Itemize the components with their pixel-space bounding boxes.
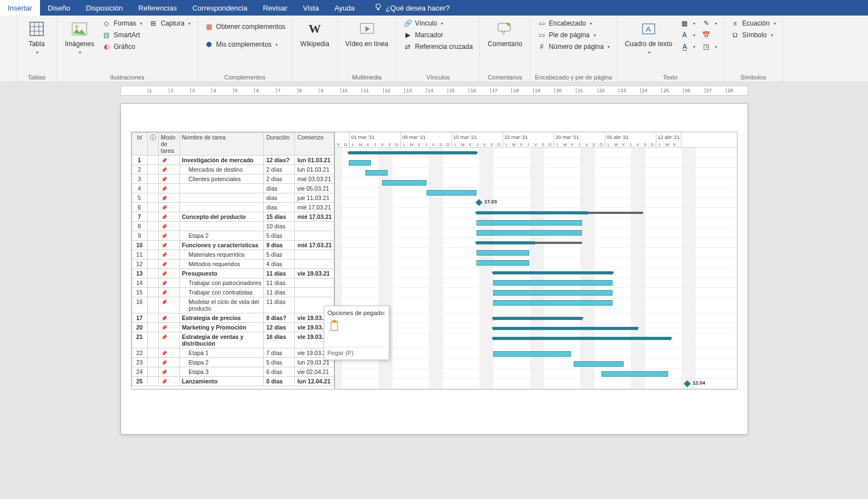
pie-button[interactable]: ▭Pie de página bbox=[535, 29, 612, 41]
table-row[interactable]: 1📌Investigación de mercado12 días?lun 01… bbox=[132, 156, 334, 165]
comentario-button[interactable]: Comentario bbox=[484, 18, 525, 50]
smartart-button[interactable]: ▤SmartArt bbox=[100, 29, 145, 41]
quickparts-button[interactable]: ▦ bbox=[678, 18, 698, 29]
tab-referencias[interactable]: Referencias bbox=[131, 0, 184, 16]
col-id[interactable]: Id bbox=[132, 133, 147, 156]
gantt-bar[interactable] bbox=[349, 151, 476, 154]
gantt-bar[interactable] bbox=[476, 241, 535, 244]
gantt-bar[interactable] bbox=[493, 351, 571, 357]
sig-button[interactable]: ✎ bbox=[700, 18, 719, 29]
gantt-bar[interactable] bbox=[493, 337, 671, 340]
object-button[interactable]: ◳ bbox=[700, 41, 719, 52]
col-nombre[interactable]: Nombre de tarea bbox=[179, 133, 264, 156]
table-row[interactable]: 16📌Modelar el ciclo de vida del producto… bbox=[132, 297, 334, 313]
num-pagina-button[interactable]: #Número de página bbox=[535, 41, 612, 52]
table-row[interactable]: 9📌Etapa 25 días bbox=[132, 231, 334, 241]
chart-row bbox=[335, 258, 736, 268]
tab-correspondencia[interactable]: Correspondencia bbox=[184, 0, 255, 16]
gantt-bar[interactable] bbox=[365, 170, 388, 176]
gantt-bar[interactable] bbox=[493, 327, 638, 330]
ref-cruzada-button[interactable]: ⇄Referencia cruzada bbox=[401, 41, 475, 52]
col-info[interactable]: ⓘ bbox=[147, 133, 158, 156]
gantt-bar[interactable] bbox=[476, 260, 529, 266]
link-icon: 🔗 bbox=[403, 19, 412, 28]
col-comienzo[interactable]: Comienzo bbox=[295, 133, 334, 156]
tell-me-search[interactable]: ¿Qué desea hacer? bbox=[366, 0, 458, 16]
gantt-bar[interactable] bbox=[349, 160, 371, 166]
wikipedia-button[interactable]: W Wikipedia bbox=[297, 18, 333, 50]
tab-revisar[interactable]: Revisar bbox=[255, 0, 295, 16]
table-row[interactable]: 15📌Trabajar con contratistas11 días bbox=[132, 288, 334, 297]
table-row[interactable]: 21📌Estrategia de ventas y distribución16… bbox=[132, 332, 334, 348]
gantt-bar[interactable] bbox=[427, 190, 476, 196]
grafico-button[interactable]: ◐Gráfico bbox=[100, 41, 145, 52]
table-row[interactable]: 22📌Etapa 17 díasvie 19.03.21 bbox=[132, 348, 334, 358]
table-row[interactable]: 17📌Estrategia de precios8 días?vie 19.03… bbox=[132, 313, 334, 323]
gantt-object[interactable]: Id ⓘ Modo de tarea Nombre de tarea Durac… bbox=[131, 132, 737, 390]
gantt-bar[interactable] bbox=[476, 220, 582, 226]
tabla-button[interactable]: Tabla bbox=[21, 18, 52, 57]
tab-vista[interactable]: Vista bbox=[295, 0, 327, 16]
dropcap-button[interactable]: A̲ bbox=[678, 41, 698, 52]
imagenes-button[interactable]: Imágenes bbox=[62, 18, 98, 57]
obtener-comp-button[interactable]: ▦Obtener complementos bbox=[202, 21, 288, 32]
table-row[interactable]: 8📌10 días bbox=[132, 222, 334, 231]
date-icon: 📅 bbox=[702, 31, 711, 39]
gantt-bar[interactable] bbox=[493, 271, 613, 275]
table-row[interactable]: 25📌Lanzamiento0 díaslun 12.04.21 bbox=[132, 377, 334, 386]
tab-insertar[interactable]: Insertar bbox=[0, 0, 40, 16]
table-row[interactable]: 24📌Etapa 36 díasvie 02.04.21 bbox=[132, 367, 334, 377]
col-modo[interactable]: Modo de tarea bbox=[158, 133, 179, 156]
grp-ilustraciones: Ilustraciones bbox=[62, 73, 193, 81]
equation-icon: π bbox=[731, 19, 740, 28]
simbolo-button[interactable]: ΩSímbolo bbox=[729, 29, 778, 41]
grp-multimedia: Multimedia bbox=[342, 73, 392, 81]
captura-button[interactable]: ⊞Captura bbox=[147, 18, 193, 29]
gantt-bar[interactable] bbox=[493, 290, 613, 296]
table-row[interactable]: 20📌Marketing y Promoción12 díasvie 19.03… bbox=[132, 323, 334, 332]
table-row[interactable]: 23📌Etapa 25 díaslun 29.03.21 bbox=[132, 358, 334, 367]
gantt-bar[interactable] bbox=[601, 371, 668, 377]
video-button[interactable]: Vídeo en línea bbox=[342, 18, 392, 50]
col-duracion[interactable]: Duración bbox=[264, 133, 295, 156]
milestone-label: 17.03 bbox=[484, 199, 497, 204]
milestone[interactable] bbox=[475, 199, 483, 206]
tab-ayuda[interactable]: Ayuda bbox=[327, 0, 363, 16]
milestone[interactable] bbox=[684, 380, 691, 387]
formas-button[interactable]: ◇Formas bbox=[100, 18, 145, 29]
table-row[interactable]: 5📌díasjue 11.03.21 bbox=[132, 193, 334, 203]
table-row[interactable]: 7📌Concepto del producto15 díasmié 17.03.… bbox=[132, 212, 334, 222]
gantt-bar[interactable] bbox=[476, 250, 529, 256]
gantt-bar[interactable] bbox=[476, 211, 588, 214]
gantt-bar[interactable] bbox=[493, 317, 582, 320]
ecuacion-button[interactable]: πEcuación bbox=[729, 18, 778, 29]
mis-comp-button[interactable]: ⬢Mis complementos bbox=[202, 39, 288, 50]
datetime-button[interactable]: 📅 bbox=[700, 29, 719, 41]
table-row[interactable]: 12📌Métodos requeridos4 días bbox=[132, 260, 334, 269]
gantt-bar[interactable] bbox=[574, 361, 624, 367]
table-row[interactable]: 4📌díasvie 05.03.21 bbox=[132, 184, 334, 193]
table-row[interactable]: 6📌díasmié 17.03.21 bbox=[132, 203, 334, 212]
wordart-button[interactable]: A bbox=[678, 29, 698, 41]
table-row[interactable]: 11📌Materiales requeridos5 días bbox=[132, 250, 334, 260]
gantt-bar[interactable] bbox=[493, 300, 613, 306]
chart-row bbox=[335, 359, 736, 369]
table-row[interactable]: 13📌Presupuesto11 díasvie 19.03.21 bbox=[132, 269, 334, 278]
gantt-bar[interactable] bbox=[493, 280, 613, 286]
vinculo-button[interactable]: 🔗Vínculo bbox=[401, 18, 475, 29]
tab-disposicion[interactable]: Disposición bbox=[78, 0, 131, 16]
chart-icon: ◐ bbox=[102, 42, 111, 51]
cuadro-texto-button[interactable]: A Cuadro de texto bbox=[621, 18, 675, 57]
table-row[interactable]: 14📌Trabajar con patrocinadores11 días bbox=[132, 278, 334, 288]
paste-p-option[interactable]: Pegar (P) bbox=[328, 347, 386, 356]
gantt-bar[interactable] bbox=[382, 180, 427, 186]
paste-option-keep-source[interactable] bbox=[328, 318, 386, 335]
gantt-bar[interactable] bbox=[476, 230, 582, 236]
marcador-button[interactable]: ▶Marcador bbox=[401, 29, 475, 41]
encabezado-button[interactable]: ▭Encabezado bbox=[535, 18, 612, 29]
ruler[interactable]: 1234567891011121314151617181920212223242… bbox=[121, 86, 748, 96]
tab-diseno[interactable]: Diseño bbox=[40, 0, 78, 16]
table-row[interactable]: 10📌Funciones y características9 díasmié … bbox=[132, 241, 334, 250]
table-row[interactable]: 3📌Clientes potenciales2 díasmié 03.03.21 bbox=[132, 174, 334, 184]
table-row[interactable]: 2📌Mercados de destino2 díaslun 01.03.21 bbox=[132, 165, 334, 174]
